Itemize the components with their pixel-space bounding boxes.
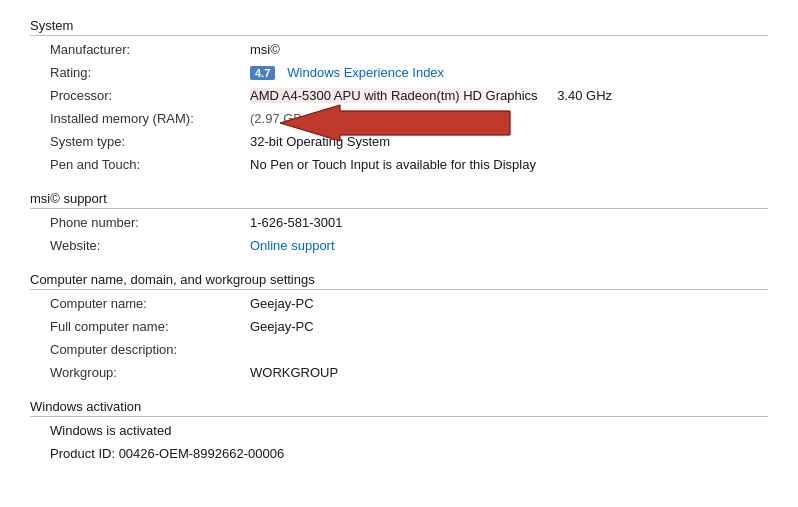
activation-status: Windows is activated	[50, 423, 171, 438]
workgroup-value: WORKGROUP	[250, 365, 338, 380]
processor-name: AMD A4-5300 APU with Radeon(tm) HD Graph…	[250, 88, 538, 103]
rating-label: Rating:	[50, 65, 250, 80]
workgroup-row: Workgroup: WORKGROUP	[50, 365, 768, 385]
rating-badge: 4.7	[250, 66, 275, 80]
manufacturer-value: msi©	[250, 42, 280, 57]
computer-name-label: Computer name:	[50, 296, 250, 311]
processor-value: AMD A4-5300 APU with Radeon(tm) HD Graph…	[250, 88, 612, 103]
manufacturer-label: Manufacturer:	[50, 42, 250, 57]
website-label: Website:	[50, 238, 250, 253]
system-properties-content: System Manufacturer: msi© Rating: 4.7 Wi…	[0, 0, 798, 507]
pen-touch-row: Pen and Touch: No Pen or Touch Input is …	[50, 157, 768, 177]
annotation-arrow	[230, 103, 530, 143]
memory-value: (2.97 GB usable)	[250, 111, 348, 126]
description-label: Computer description:	[50, 342, 250, 357]
rating-value: 4.7 Windows Experience Index	[250, 65, 444, 80]
processor-text: AMD A4-5300 APU with Radeon(tm) HD Graph…	[250, 88, 538, 103]
website-row: Website: Online support	[50, 238, 768, 258]
pen-touch-value: No Pen or Touch Input is available for t…	[250, 157, 536, 172]
support-section: msi© support Phone number: 1-626-581-300…	[30, 191, 768, 258]
system-section-title: System	[30, 18, 768, 36]
system-section: System Manufacturer: msi© Rating: 4.7 Wi…	[30, 18, 768, 177]
svg-marker-0	[280, 105, 510, 141]
computer-name-value: Geejay-PC	[250, 296, 314, 311]
memory-label: Installed memory (RAM):	[50, 111, 250, 126]
manufacturer-row: Manufacturer: msi©	[50, 42, 768, 62]
computer-info-table: Computer name: Geejay-PC Full computer n…	[30, 296, 768, 385]
windows-experience-link[interactable]: Windows Experience Index	[287, 65, 444, 80]
system-info-table: Manufacturer: msi© Rating: 4.7 Windows E…	[30, 42, 768, 177]
rating-row: Rating: 4.7 Windows Experience Index	[50, 65, 768, 85]
workgroup-label: Workgroup:	[50, 365, 250, 380]
pen-touch-label: Pen and Touch:	[50, 157, 250, 172]
full-name-row: Full computer name: Geejay-PC	[50, 319, 768, 339]
website-value: Online support	[250, 238, 335, 253]
product-id-value: Product ID: 00426-OEM-8992662-00006	[50, 446, 284, 461]
support-info-table: Phone number: 1-626-581-3001 Website: On…	[30, 215, 768, 258]
activation-section-title: Windows activation	[30, 399, 768, 417]
product-id-row: Product ID: 00426-OEM-8992662-00006	[50, 446, 768, 466]
phone-value: 1-626-581-3001	[250, 215, 343, 230]
activation-info-table: Windows is activated Product ID: 00426-O…	[30, 423, 768, 466]
activation-section: Windows activation Windows is activated …	[30, 399, 768, 466]
computer-name-row: Computer name: Geejay-PC	[50, 296, 768, 316]
support-section-title: msi© support	[30, 191, 768, 209]
online-support-link[interactable]: Online support	[250, 238, 335, 253]
computer-name-section: Computer name, domain, and workgroup set…	[30, 272, 768, 385]
phone-label: Phone number:	[50, 215, 250, 230]
description-row: Computer description:	[50, 342, 768, 362]
system-type-label: System type:	[50, 134, 250, 149]
processor-label: Processor:	[50, 88, 250, 103]
activation-status-row: Windows is activated	[50, 423, 768, 443]
full-name-value: Geejay-PC	[250, 319, 314, 334]
memory-row: Installed memory (RAM): (2.97 GB usable)	[50, 111, 768, 131]
phone-row: Phone number: 1-626-581-3001	[50, 215, 768, 235]
full-name-label: Full computer name:	[50, 319, 250, 334]
computer-section-title: Computer name, domain, and workgroup set…	[30, 272, 768, 290]
processor-speed: 3.40 GHz	[557, 88, 612, 103]
